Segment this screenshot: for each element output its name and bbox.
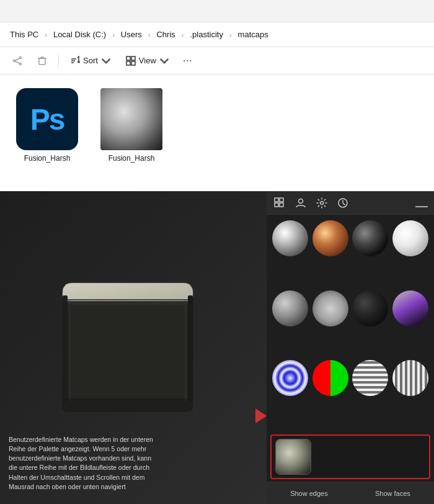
svg-rect-27 bbox=[63, 399, 193, 412]
matcap-purple[interactable] bbox=[392, 290, 428, 326]
right-panel: Show edges Show faces bbox=[267, 191, 434, 504]
svg-rect-30 bbox=[275, 198, 278, 202]
breadcrumb-local-disk[interactable]: Local Disk (C:) bbox=[51, 29, 108, 40]
delete-button[interactable] bbox=[31, 52, 53, 70]
svg-line-3 bbox=[16, 58, 20, 60]
custom-matcap-fusion[interactable] bbox=[275, 439, 311, 475]
svg-point-34 bbox=[299, 199, 303, 203]
svg-rect-5 bbox=[39, 58, 45, 65]
3d-object bbox=[29, 235, 227, 461]
panel-icons bbox=[273, 196, 350, 210]
panel-footer: Show edges Show faces bbox=[267, 482, 434, 504]
breadcrumb-chris[interactable]: Chris bbox=[154, 29, 177, 40]
tooltip-overlay: Benutzerdefinierte Matcaps werden in der… bbox=[9, 435, 157, 492]
matcap-silver[interactable] bbox=[272, 220, 308, 256]
bottom-section: Benutzerdefinierte Matcaps werden in der… bbox=[0, 191, 434, 504]
svg-rect-16 bbox=[131, 61, 135, 65]
breadcrumb-users[interactable]: Users bbox=[118, 29, 144, 40]
matcap-preview-icon bbox=[100, 88, 162, 150]
svg-rect-25 bbox=[63, 295, 68, 404]
gear-icon[interactable] bbox=[315, 196, 329, 210]
show-edges-button[interactable]: Show edges bbox=[283, 487, 335, 500]
more-options-button[interactable]: ··· bbox=[178, 52, 197, 70]
svg-rect-31 bbox=[280, 198, 283, 202]
photoshop-icon: Ps bbox=[16, 88, 78, 150]
breadcrumb-plasticity[interactable]: .plasticity bbox=[187, 29, 225, 40]
svg-point-2 bbox=[20, 63, 22, 65]
svg-rect-14 bbox=[131, 56, 135, 60]
breadcrumb-matcaps[interactable]: matcaps bbox=[236, 29, 271, 40]
matcap-grid bbox=[267, 215, 434, 432]
file-label-matcap: Fusion_Harsh bbox=[108, 154, 155, 163]
svg-rect-33 bbox=[280, 203, 283, 207]
svg-rect-24 bbox=[64, 301, 191, 401]
svg-point-35 bbox=[321, 201, 324, 204]
matcap-gray[interactable] bbox=[272, 290, 308, 326]
svg-point-1 bbox=[14, 60, 16, 61]
matcap-bronze[interactable] bbox=[312, 220, 348, 256]
matcap-black[interactable] bbox=[352, 290, 388, 326]
toolbar: Sort View ··· bbox=[0, 47, 434, 74]
svg-rect-13 bbox=[126, 56, 130, 60]
matcap-hstripes[interactable] bbox=[352, 360, 388, 396]
file-label-ps: Fusion_Harsh bbox=[24, 154, 71, 163]
grid-icon[interactable] bbox=[273, 196, 286, 210]
minimize-button[interactable] bbox=[415, 199, 428, 207]
breadcrumb-this-pc[interactable]: This PC bbox=[7, 29, 41, 40]
matcap-vstripes[interactable] bbox=[392, 360, 428, 396]
matcap-green-red[interactable] bbox=[312, 360, 348, 396]
viewport: Benutzerdefinierte Matcaps werden in der… bbox=[0, 191, 267, 504]
matcap-white[interactable] bbox=[392, 220, 428, 256]
breadcrumb: This PC › Local Disk (C:) › Users › Chri… bbox=[0, 22, 434, 47]
svg-point-0 bbox=[20, 56, 22, 58]
svg-rect-26 bbox=[188, 295, 193, 404]
circle-icon[interactable] bbox=[336, 196, 350, 210]
arrow-indicator bbox=[255, 408, 267, 423]
matcap-halftone[interactable] bbox=[312, 290, 348, 326]
top-bar bbox=[0, 0, 434, 22]
file-item-ps[interactable]: Ps Fusion_Harsh bbox=[12, 84, 82, 166]
svg-line-4 bbox=[16, 61, 20, 63]
custom-row bbox=[270, 434, 430, 479]
matcap-bluering[interactable] bbox=[272, 360, 308, 396]
panel-header bbox=[267, 191, 434, 215]
share-button[interactable] bbox=[6, 52, 29, 70]
person-icon[interactable] bbox=[294, 196, 308, 210]
view-button[interactable]: View bbox=[120, 52, 175, 70]
toolbar-separator bbox=[58, 55, 59, 67]
file-area: Ps Fusion_Harsh Fusion_Harsh bbox=[0, 74, 434, 191]
sort-button[interactable]: Sort bbox=[64, 52, 117, 70]
matcap-dark[interactable] bbox=[352, 220, 388, 256]
svg-rect-15 bbox=[126, 61, 130, 65]
show-faces-button[interactable]: Show faces bbox=[368, 487, 418, 500]
svg-rect-32 bbox=[275, 203, 278, 207]
file-item-matcap[interactable]: Fusion_Harsh bbox=[97, 84, 166, 166]
